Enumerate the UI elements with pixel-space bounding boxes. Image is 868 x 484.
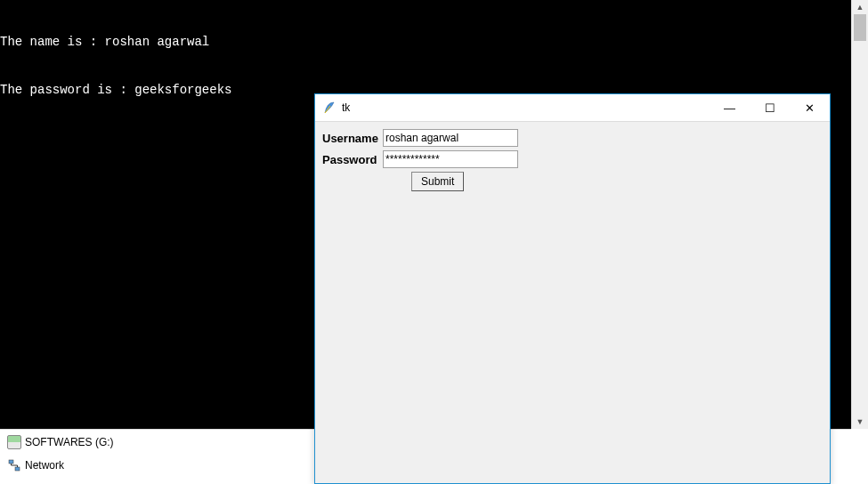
network-label: Network [25,459,64,472]
scrollbar-thumb[interactable] [854,14,866,41]
password-label: Password [322,153,383,166]
network-icon [7,458,21,472]
scroll-down-arrow-icon[interactable]: ▼ [852,415,868,429]
password-row: Password [322,150,823,168]
username-label: Username [322,132,383,145]
password-input[interactable] [383,150,518,168]
username-input[interactable] [383,129,518,147]
submit-button[interactable]: Submit [411,172,464,191]
submit-row: Submit [322,172,823,191]
tk-window-controls: — ☐ ✕ [710,94,830,121]
terminal-line-1: The name is : roshan agarwal [0,34,851,50]
svg-rect-0 [9,460,13,464]
drive-icon [7,435,21,449]
svg-rect-1 [15,467,20,471]
minimize-button[interactable]: — [710,94,750,121]
tk-form: Username Password Submit [315,122,830,198]
tk-window-title: tk [342,101,710,114]
terminal-scrollbar[interactable]: ▲ ▼ [851,0,868,429]
maximize-button[interactable]: ☐ [750,94,790,121]
tk-feather-icon [322,101,337,115]
drive-label: SOFTWARES (G:) [25,436,114,448]
close-button[interactable]: ✕ [790,94,830,121]
tk-titlebar[interactable]: tk — ☐ ✕ [315,94,830,122]
tk-window: tk — ☐ ✕ Username Password Submit [314,93,831,484]
username-row: Username [322,129,823,147]
scroll-up-arrow-icon[interactable]: ▲ [852,0,868,14]
